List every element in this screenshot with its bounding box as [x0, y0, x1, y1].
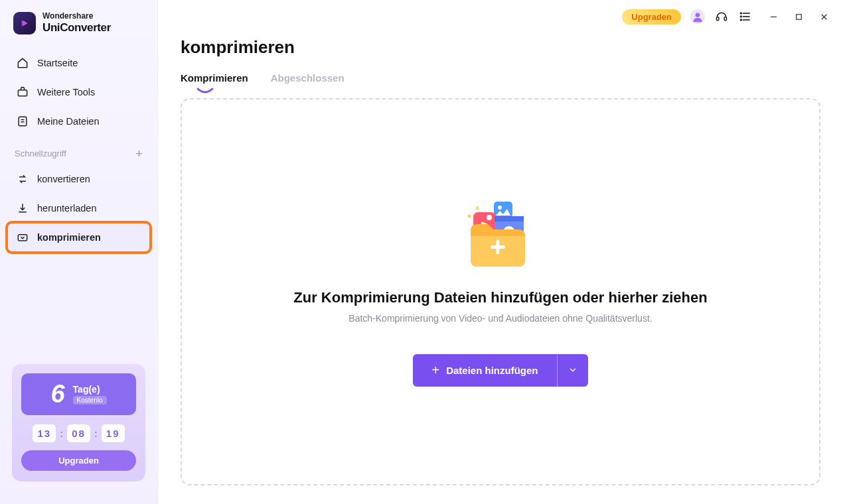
svg-rect-7	[717, 17, 719, 21]
svg-rect-8	[724, 17, 726, 21]
sidebar-item-meine-dateien[interactable]: Meine Dateien	[8, 107, 149, 135]
sidebar-item-startseite[interactable]: Startseite	[8, 49, 149, 77]
svg-point-28	[468, 214, 471, 218]
dropzone-heading: Zur Komprimierung Dateien hinzufügen ode…	[293, 289, 707, 306]
svg-rect-24	[495, 216, 524, 221]
trial-upgrade-button[interactable]: Upgraden	[21, 450, 136, 471]
tab-underline-icon	[196, 85, 214, 92]
brand-wondershare: Wondershare	[42, 12, 111, 21]
tab-label: Komprimieren	[181, 72, 248, 84]
dropzone-subtext: Batch-Komprimierung von Video- und Audio…	[348, 313, 652, 324]
trial-countdown: 13 : 08 : 19	[21, 424, 136, 442]
trial-seconds: 19	[102, 424, 125, 442]
trial-hours: 13	[33, 424, 56, 442]
sidebar-item-label: Meine Dateien	[37, 116, 100, 127]
sidebar-item-label: herunterladen	[37, 203, 97, 214]
trial-minutes: 08	[67, 424, 90, 442]
brand-uniconverter: UniConverter	[42, 21, 111, 34]
quick-access-header: Schnellzugriff +	[0, 135, 157, 165]
sidebar-item-konvertieren[interactable]: konvertieren	[8, 165, 149, 193]
titlebar: Upgraden	[158, 0, 843, 27]
brand: Wondershare UniConverter	[0, 12, 157, 49]
sidebar-item-herunterladen[interactable]: herunterladen	[8, 194, 149, 222]
add-files-dropdown-button[interactable]	[557, 354, 588, 387]
svg-point-20	[498, 206, 502, 210]
svg-rect-16	[796, 14, 801, 19]
sidebar: Wondershare UniConverter Startseite Weit…	[0, 0, 158, 504]
tab-abgeschlossen[interactable]: Abgeschlossen	[271, 72, 345, 88]
chevron-down-icon	[568, 365, 577, 375]
trial-card: 6 Tag(e) Kostenlo 13 : 08 : 19 Upgraden	[12, 364, 145, 481]
sidebar-item-label: Weitere Tools	[37, 87, 95, 97]
account-icon[interactable]	[690, 9, 705, 24]
brand-logo-icon	[13, 12, 36, 34]
window-minimize-icon[interactable]	[766, 9, 781, 24]
svg-rect-1	[19, 117, 27, 125]
trial-days-display: 6 Tag(e) Kostenlo	[21, 373, 136, 415]
svg-point-14	[741, 19, 742, 21]
svg-rect-4	[18, 235, 27, 241]
headset-icon[interactable]	[714, 9, 729, 24]
window-maximize-icon[interactable]	[791, 9, 806, 24]
convert-icon	[16, 172, 29, 186]
trial-free-label: Kostenlo	[73, 396, 107, 405]
menu-list-icon[interactable]	[738, 9, 753, 24]
dropzone[interactable]: Zur Komprimierung Dateien hinzufügen ode…	[181, 98, 820, 485]
svg-point-13	[741, 16, 742, 17]
tab-komprimieren[interactable]: Komprimieren	[181, 72, 248, 88]
svg-point-12	[741, 13, 742, 14]
add-files-button[interactable]: + Dateien hinzufügen	[413, 354, 556, 387]
page-title: komprimieren	[181, 37, 820, 58]
window-close-icon[interactable]	[816, 9, 831, 24]
home-icon	[16, 56, 29, 70]
dropzone-illustration-icon	[457, 198, 544, 277]
quick-access-label: Schnellzugriff	[15, 149, 66, 158]
quick-access-add-icon[interactable]: +	[135, 147, 143, 160]
titlebar-upgrade-button[interactable]: Upgraden	[622, 9, 681, 25]
tab-label: Abgeschlossen	[271, 72, 345, 84]
svg-point-22	[487, 215, 492, 220]
sidebar-item-weitere-tools[interactable]: Weitere Tools	[8, 78, 149, 106]
main: Upgraden komprimieren Komprimieren Abges…	[158, 0, 843, 504]
trial-days-label: Tag(e)	[73, 384, 100, 395]
svg-point-6	[696, 13, 700, 17]
sidebar-item-label: komprimieren	[37, 232, 101, 243]
compress-icon	[16, 231, 29, 244]
sidebar-item-komprimieren[interactable]: komprimieren	[8, 223, 149, 251]
download-icon	[16, 202, 29, 215]
trial-days-number: 6	[50, 380, 64, 409]
svg-rect-27	[497, 239, 500, 254]
add-files-label: Dateien hinzufügen	[446, 365, 538, 376]
toolbox-icon	[16, 86, 29, 99]
tabs: Komprimieren Abgeschlossen	[181, 72, 820, 88]
plus-icon: +	[431, 363, 439, 378]
files-icon	[16, 115, 29, 128]
sidebar-item-label: konvertieren	[37, 174, 90, 184]
svg-rect-0	[18, 90, 27, 96]
sidebar-item-label: Startseite	[37, 58, 78, 68]
